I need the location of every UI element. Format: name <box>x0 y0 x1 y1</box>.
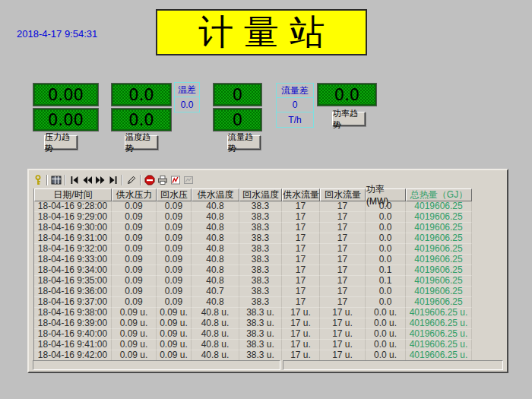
table-cell: 0.09 <box>112 233 157 244</box>
table-cell: 17 <box>282 265 320 276</box>
temp-diff-label: 温差 <box>175 83 199 97</box>
table-cell: 0.0 <box>366 287 406 297</box>
table-cell: 0.09 <box>112 287 157 297</box>
table-cell: 40.8 u. <box>192 308 239 318</box>
table-cell: 0.09 <box>112 297 157 308</box>
table-cell: 17 <box>320 233 366 244</box>
table-row[interactable]: 18-04-16 9:34:000.090.0940.838.317170.14… <box>34 265 473 276</box>
column-header[interactable]: 供水压力 <box>112 188 157 201</box>
table-cell: 18-04-16 9:29:00 <box>34 212 112 223</box>
temp-diff-value: 0.0 <box>175 97 199 112</box>
grid-icon[interactable] <box>49 174 62 186</box>
table-row[interactable]: 18-04-16 9:28:000.090.0940.838.317170.04… <box>34 201 473 212</box>
table-row[interactable]: 18-04-16 9:38:000.09 u.0.09 u.40.8 u.38.… <box>34 308 473 318</box>
stop-icon[interactable] <box>143 174 156 186</box>
return-flow-display: 0 <box>214 109 261 131</box>
table-cell: 4019606.25 u. <box>406 340 472 350</box>
table-cell: 40.8 <box>192 276 239 287</box>
table-cell: 40.8 <box>192 244 239 255</box>
data-grid-header: 日期/时间供水压力回水压供水温度回水温度供水流量回水流量功率(MW)总热量（GJ… <box>34 188 473 201</box>
table-cell: 0.09 <box>112 265 157 276</box>
table-cell: 17 <box>320 287 366 297</box>
column-header[interactable]: 供水温度 <box>192 188 239 201</box>
table-cell: 40.8 <box>192 233 239 244</box>
table-cell: 4019606.25 <box>406 287 472 297</box>
table-cell: 0.09 u. <box>157 340 192 350</box>
table-cell: 0.09 <box>157 201 192 212</box>
column-header[interactable]: 回水温度 <box>239 188 282 201</box>
column-header[interactable]: 日期/时间 <box>34 188 112 201</box>
chart-icon[interactable] <box>169 174 182 186</box>
table-cell: 0.09 <box>157 276 192 287</box>
table-cell: 38.3 u. <box>239 329 282 340</box>
table-row[interactable]: 18-04-16 9:35:000.090.0940.838.317170.14… <box>34 276 473 287</box>
table-cell: 17 u. <box>320 318 366 329</box>
table-cell: 0.09 <box>157 297 192 308</box>
datetime-display: 2018-4-17 9:54:31 <box>17 28 97 40</box>
table-cell: 0.09 u. <box>157 318 192 329</box>
data-grid-rows: 18-04-16 9:28:000.090.0940.838.317170.04… <box>34 201 473 361</box>
table-row[interactable]: 18-04-16 9:29:000.090.0940.838.317170.04… <box>34 212 473 223</box>
table-cell: 40.7 <box>192 287 239 297</box>
flow-trend-button[interactable]: 流量趋势 <box>227 135 261 150</box>
table-cell: 0.09 <box>112 276 157 287</box>
table-cell: 18-04-16 9:32:00 <box>34 244 112 255</box>
power-trend-button[interactable]: 功率趋势 <box>332 112 366 126</box>
pressure-trend-button[interactable]: 压力趋势 <box>44 135 78 150</box>
table-row[interactable]: 18-04-16 9:36:000.090.0940.738.317170.04… <box>34 287 473 297</box>
table-row[interactable]: 18-04-16 9:37:000.090.0940.838.317170.04… <box>34 297 473 308</box>
export-icon[interactable] <box>182 174 195 186</box>
table-cell: 0.1 <box>366 276 406 287</box>
nav-prev-icon[interactable] <box>81 174 93 186</box>
column-header[interactable]: 回水压 <box>157 188 192 201</box>
printer-icon[interactable] <box>156 174 169 186</box>
data-grid: 日期/时间供水压力回水压供水温度回水温度供水流量回水流量功率(MW)总热量（GJ… <box>33 188 473 361</box>
column-header[interactable]: 供水流量 <box>282 188 320 201</box>
column-header[interactable]: 回水流量 <box>320 188 366 201</box>
table-cell: 40.8 u. <box>192 329 239 340</box>
table-cell: 40.8 <box>192 297 239 308</box>
column-header[interactable]: 功率(MW) <box>366 188 406 201</box>
table-cell: 4019606.25 <box>406 223 472 233</box>
table-cell: 0.0 <box>366 212 406 223</box>
table-cell: 17 <box>320 244 366 255</box>
status-cell-right <box>283 360 503 370</box>
table-cell: 38.3 <box>239 244 282 255</box>
table-row[interactable]: 18-04-16 9:39:000.09 u.0.09 u.40.8 u.38.… <box>34 318 473 329</box>
table-cell: 4019606.25 u. <box>406 350 472 361</box>
toolbar-separator <box>140 175 141 185</box>
table-cell: 18-04-16 9:28:00 <box>34 201 112 212</box>
table-row[interactable]: 18-04-16 9:30:000.090.0940.838.317170.04… <box>34 223 473 233</box>
table-cell: 38.3 u. <box>239 318 282 329</box>
nav-last-icon[interactable] <box>106 174 119 186</box>
table-cell: 40.8 u. <box>192 350 239 361</box>
table-cell: 0.09 u. <box>157 350 192 361</box>
table-cell: 4019606.25 u. <box>406 308 472 318</box>
table-cell: 0.1 <box>366 265 406 276</box>
table-row[interactable]: 18-04-16 9:41:000.09 u.0.09 u.40.8 u.38.… <box>34 340 473 350</box>
table-cell: 38.3 <box>239 233 282 244</box>
table-cell: 17 <box>282 244 320 255</box>
toolbar-separator <box>122 175 122 185</box>
temperature-trend-button[interactable]: 温度趋势 <box>125 135 158 150</box>
nav-next-icon[interactable] <box>93 174 106 186</box>
table-cell: 40.8 <box>192 212 239 223</box>
table-row[interactable]: 18-04-16 9:42:000.09 u.0.09 u.40.8 u.38.… <box>34 350 473 361</box>
key-icon[interactable] <box>31 174 44 186</box>
table-row[interactable]: 18-04-16 9:40:000.09 u.0.09 u.40.8 u.38.… <box>34 329 473 340</box>
table-cell: 4019606.25 <box>406 233 472 244</box>
table-row[interactable]: 18-04-16 9:31:000.090.0940.838.317170.04… <box>34 233 473 244</box>
table-row[interactable]: 18-04-16 9:33:000.090.0940.838.317170.04… <box>34 255 473 265</box>
table-cell: 17 <box>320 223 366 233</box>
pencil-icon[interactable] <box>125 174 138 186</box>
table-cell: 0.09 <box>157 212 192 223</box>
table-cell: 18-04-16 9:37:00 <box>34 297 112 308</box>
table-cell: 18-04-16 9:31:00 <box>34 233 112 244</box>
table-cell: 4019606.25 <box>406 255 472 265</box>
column-header[interactable]: 总热量（GJ） <box>406 188 472 201</box>
table-cell: 0.0 u. <box>366 318 406 329</box>
table-row[interactable]: 18-04-16 9:32:000.090.0940.838.317170.04… <box>34 244 473 255</box>
table-cell: 38.3 <box>239 265 282 276</box>
nav-first-icon[interactable] <box>68 174 81 186</box>
table-cell: 17 <box>282 297 320 308</box>
